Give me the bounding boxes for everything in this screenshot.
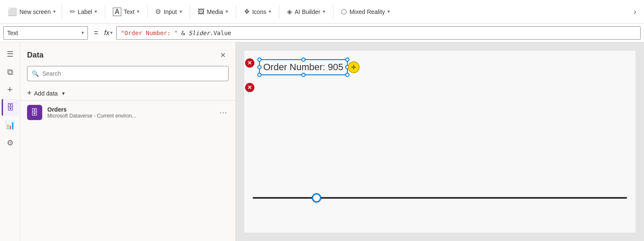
data-source-name: Orders: [47, 106, 213, 113]
formula-content: "Order Number: " & Slider.Value: [121, 30, 231, 36]
ai-builder-chevron: ▾: [323, 9, 325, 14]
formula-string-part: "Order Number: ": [121, 30, 178, 36]
icons-button[interactable]: ❖ Icons ▾: [240, 3, 276, 21]
input-chevron: ▾: [180, 9, 182, 14]
mixed-reality-label: Mixed Reality: [349, 8, 385, 15]
sidebar-item-database[interactable]: 🗄: [2, 99, 19, 116]
move-cursor-icon: ✛: [348, 61, 360, 73]
mixed-reality-button[interactable]: ⬡ Mixed Reality ▾: [337, 3, 394, 21]
toolbar-divider-6: [333, 5, 333, 19]
layers-icon: ⧉: [7, 67, 13, 77]
property-value: Text: [7, 30, 18, 36]
main-layout: ☰ ⧉ + 🗄 📊 ⚙ Data ✕ 🔍 + Add data: [0, 42, 644, 241]
add-data-label: Add data: [34, 90, 58, 97]
database-icon: 🗄: [7, 103, 14, 112]
canvas-area: × Order Number: 905 ✛: [236, 42, 644, 241]
resize-handle-bc[interactable]: [301, 73, 306, 77]
sidebar-item-settings[interactable]: ⚙: [2, 134, 19, 151]
data-panel-header: Data ✕: [20, 42, 235, 66]
property-selector[interactable]: Text ▾: [3, 26, 88, 40]
new-screen-button[interactable]: ⬜ New screen ▾: [3, 3, 62, 21]
input-button[interactable]: ⚙ Input ▾: [151, 3, 186, 21]
resize-handle-tr[interactable]: [345, 58, 349, 62]
slider-thumb[interactable]: [312, 193, 321, 203]
data-panel-close-button[interactable]: ✕: [217, 49, 229, 61]
formula-prop-part: Value: [213, 30, 231, 36]
delete-icon-1: ×: [248, 60, 251, 66]
resize-handle-tc[interactable]: [301, 58, 306, 62]
add-data-chevron: ▾: [62, 90, 65, 96]
sidebar-item-chart[interactable]: 📊: [2, 117, 19, 134]
ai-builder-button[interactable]: ◈ AI Builder ▾: [283, 3, 330, 21]
text-chevron: ▾: [137, 9, 139, 14]
fx-button[interactable]: fx ▾: [104, 29, 113, 37]
delete-button-2[interactable]: ×: [245, 83, 254, 92]
formula-op-part: &: [181, 30, 188, 36]
left-sidebar: ☰ ⧉ + 🗄 📊 ⚙: [0, 42, 20, 241]
fx-chevron: ▾: [110, 30, 113, 36]
text-icon: A: [113, 8, 121, 16]
orders-db-icon: 🗄: [31, 108, 38, 117]
sidebar-item-hamburger[interactable]: ☰: [2, 46, 19, 63]
input-label: Input: [164, 8, 177, 15]
delete-icon-2: ×: [248, 84, 251, 91]
add-data-button[interactable]: + Add data ▾: [20, 86, 235, 100]
ai-builder-label: AI Builder: [295, 8, 320, 15]
data-panel-title: Data: [27, 51, 44, 60]
fx-label: fx: [104, 29, 109, 37]
hamburger-icon: ☰: [7, 49, 14, 59]
resize-handle-br[interactable]: [345, 73, 349, 77]
icons-icon: ❖: [244, 8, 250, 16]
resize-handle-bl[interactable]: [257, 73, 262, 77]
media-icon: 🖼: [198, 8, 205, 16]
element-text-content: Order Number: 905: [263, 62, 344, 73]
canvas-frame: × Order Number: 905 ✛: [244, 51, 636, 233]
more-icon: ›: [633, 7, 636, 16]
toolbar: ⬜ New screen ▾ ✏ Label ▾ A Text ▾ ⚙ Inpu…: [0, 0, 644, 24]
data-source-more-icon[interactable]: ⋯: [218, 106, 229, 119]
selected-text-element[interactable]: Order Number: 905 ✛: [259, 59, 348, 75]
resize-handle-tl[interactable]: [257, 58, 262, 62]
sidebar-item-layers[interactable]: ⧉: [2, 63, 19, 80]
formula-input[interactable]: "Order Number: " & Slider.Value: [116, 26, 641, 40]
more-button[interactable]: ›: [629, 3, 641, 21]
media-chevron: ▾: [226, 9, 228, 14]
search-input[interactable]: [42, 70, 224, 77]
delete-button-1[interactable]: ×: [245, 58, 254, 68]
slider-filled: [253, 197, 320, 199]
data-source-orders-icon: 🗄: [27, 105, 42, 120]
data-source-orders[interactable]: 🗄 Orders Microsoft Dataverse - Current e…: [20, 100, 235, 124]
data-source-orders-info: Orders Microsoft Dataverse - Current env…: [47, 106, 213, 119]
ai-builder-icon: ◈: [287, 8, 292, 16]
icons-chevron: ▾: [269, 9, 271, 14]
property-chevron: ▾: [82, 30, 84, 36]
toolbar-divider-4: [236, 5, 236, 19]
text-label: Text: [124, 8, 135, 15]
data-panel: Data ✕ 🔍 + Add data ▾ 🗄 Orders Microsoft…: [20, 42, 236, 241]
new-screen-label: New screen: [19, 8, 51, 15]
toolbar-divider-1: [105, 5, 105, 19]
label-chevron: ▾: [95, 9, 97, 14]
media-button[interactable]: 🖼 Media ▾: [194, 3, 232, 21]
media-label: Media: [207, 8, 223, 15]
sidebar-item-plus[interactable]: +: [2, 81, 19, 98]
formula-var-part: Slider: [188, 30, 210, 36]
resize-handle-ml[interactable]: [257, 65, 262, 69]
label-button[interactable]: ✏ Label ▾: [65, 3, 101, 21]
equals-symbol: =: [91, 28, 101, 37]
label-label: Label: [78, 8, 92, 15]
new-screen-chevron: ▾: [53, 9, 56, 14]
settings-icon: ⚙: [7, 138, 14, 148]
mixed-reality-icon: ⬡: [341, 8, 347, 16]
icons-label: Icons: [252, 8, 266, 15]
label-icon: ✏: [70, 8, 75, 16]
slider-container[interactable]: [253, 197, 627, 199]
move-icon-symbol: ✛: [351, 64, 356, 71]
formula-dot: .: [210, 30, 213, 36]
text-button[interactable]: A Text ▾: [109, 3, 144, 21]
slider-track: [253, 197, 627, 199]
plus-icon: +: [7, 84, 13, 95]
mixed-reality-chevron: ▾: [387, 9, 390, 14]
search-box[interactable]: 🔍: [27, 66, 229, 81]
chart-icon: 📊: [5, 120, 15, 130]
